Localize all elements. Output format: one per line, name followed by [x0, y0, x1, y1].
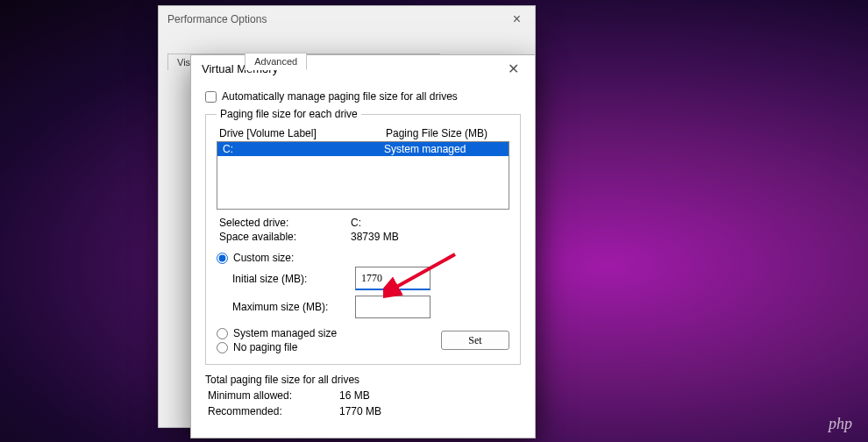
- dialog-title: Performance Options: [167, 13, 267, 25]
- initial-size-input[interactable]: [355, 267, 430, 290]
- selected-drive-value: C:: [351, 217, 509, 229]
- min-allowed-label: Minimum allowed:: [208, 389, 339, 402]
- auto-manage-label: Automatically manage paging file size fo…: [222, 90, 458, 103]
- system-managed-radio[interactable]: [217, 328, 228, 339]
- selected-drive-label: Selected drive:: [219, 217, 351, 229]
- drive-header: Drive [Volume Label]: [219, 127, 386, 139]
- totals-legend: Total paging file size for all drives: [205, 374, 521, 386]
- set-button[interactable]: Set: [441, 331, 509, 350]
- virtual-memory-dialog: Virtual Memory ✕ Automatically manage pa…: [190, 54, 536, 438]
- space-available-value: 38739 MB: [351, 231, 509, 243]
- drive-list-header: Drive [Volume Label] Paging File Size (M…: [219, 127, 509, 139]
- min-allowed-value: 16 MB: [339, 389, 521, 402]
- drive-list-item[interactable]: C: System managed: [217, 142, 509, 156]
- no-paging-label: No paging file: [233, 341, 297, 353]
- no-paging-radio[interactable]: [217, 342, 228, 353]
- custom-size-label: Custom size:: [233, 252, 294, 264]
- system-managed-label: System managed size: [233, 327, 337, 339]
- auto-manage-checkbox[interactable]: [205, 91, 217, 103]
- drive-list[interactable]: C: System managed: [217, 141, 509, 210]
- system-managed-radio-row[interactable]: System managed size: [217, 327, 337, 339]
- watermark-logo: php: [829, 415, 852, 433]
- drive-size: System managed: [384, 143, 503, 155]
- close-icon[interactable]: ✕: [502, 61, 524, 77]
- per-drive-legend: Paging file size for each drive: [217, 108, 361, 120]
- custom-size-radio[interactable]: [217, 253, 228, 264]
- tab-advanced[interactable]: Advanced: [245, 53, 307, 70]
- size-header: Paging File Size (MB): [386, 127, 509, 139]
- maximum-size-input[interactable]: [355, 296, 430, 318]
- space-available-label: Space available:: [219, 231, 351, 243]
- desktop-background: Performance Options × Visual Effects Adv…: [0, 0, 868, 442]
- recommended-label: Recommended:: [208, 405, 339, 417]
- initial-size-label: Initial size (MB):: [232, 273, 355, 285]
- custom-size-radio-row[interactable]: Custom size:: [217, 252, 509, 264]
- recommended-value: 1770 MB: [339, 405, 521, 417]
- auto-manage-checkbox-row[interactable]: Automatically manage paging file size fo…: [205, 90, 521, 103]
- no-paging-radio-row[interactable]: No paging file: [217, 341, 337, 353]
- drive-label: C:: [223, 143, 384, 155]
- maximum-size-label: Maximum size (MB):: [232, 301, 355, 313]
- per-drive-group: Paging file size for each drive Drive [V…: [205, 108, 521, 365]
- close-icon[interactable]: ×: [508, 11, 526, 27]
